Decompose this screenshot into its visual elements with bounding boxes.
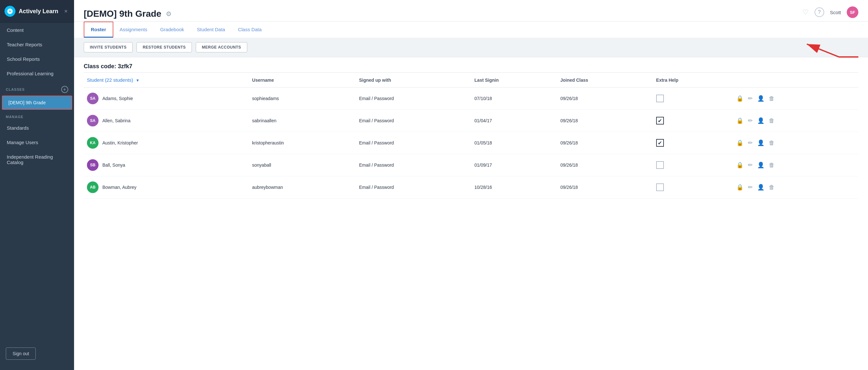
settings-icon[interactable]: ⚙ bbox=[166, 10, 172, 18]
lock-icon[interactable]: 🔒 bbox=[736, 139, 743, 146]
sidebar-item-demo-9th-grade[interactable]: [DEMO] 9th Grade bbox=[2, 96, 72, 110]
student-cell: SB Ball, Sonya bbox=[84, 154, 249, 176]
tab-class-data[interactable]: Class Data bbox=[231, 22, 268, 38]
lock-icon[interactable]: 🔒 bbox=[736, 117, 743, 124]
delete-icon[interactable]: 🗑 bbox=[769, 162, 775, 169]
username-cell: aubreybowman bbox=[249, 176, 356, 199]
user-icon[interactable]: 👤 bbox=[757, 184, 764, 191]
user-icon[interactable]: 👤 bbox=[757, 95, 764, 102]
sidebar-item-school-reports[interactable]: School Reports bbox=[0, 52, 74, 66]
signed-up-with-cell: Email / Password bbox=[356, 88, 471, 110]
extra-help-checkbox[interactable] bbox=[656, 183, 664, 191]
tab-assignments[interactable]: Assignments bbox=[113, 22, 154, 38]
student-name: Austin, Kristopher bbox=[102, 140, 138, 145]
content-area: Class code: 3zfk7 Student (22 students) … bbox=[74, 57, 868, 370]
extra-help-cell[interactable]: ✔ bbox=[653, 110, 734, 132]
student-cell: SA Adams, Sophie bbox=[84, 88, 249, 110]
row-actions: 🔒 ✏ 👤 🗑 bbox=[736, 162, 855, 169]
tab-student-data[interactable]: Student Data bbox=[191, 22, 232, 38]
tabs-area: Roster Assignments Gradebook Student Dat… bbox=[74, 22, 868, 38]
joined-class-cell: 09/26/18 bbox=[557, 132, 653, 154]
page-title-area: [DEMO] 9th Grade ⚙ bbox=[84, 9, 172, 19]
sidebar-item-teacher-reports[interactable]: Teacher Reports bbox=[0, 37, 74, 52]
col-header-signed-up-with: Signed up with bbox=[356, 73, 471, 88]
extra-help-cell[interactable] bbox=[653, 88, 734, 110]
sidebar-item-content[interactable]: Content bbox=[0, 23, 74, 37]
sidebar: Actively Learn × Content Teacher Reports… bbox=[0, 0, 74, 370]
student-cell: SA Allen, Sabrina bbox=[84, 110, 249, 132]
sign-out-button[interactable]: Sign out bbox=[6, 347, 36, 360]
action-icons-cell: 🔒 ✏ 👤 🗑 bbox=[733, 88, 858, 110]
add-class-icon[interactable]: + bbox=[61, 86, 68, 93]
close-icon[interactable]: × bbox=[62, 7, 69, 15]
user-icon[interactable]: 👤 bbox=[757, 117, 764, 124]
tab-gradebook[interactable]: Gradebook bbox=[154, 22, 190, 38]
app-title: Actively Learn bbox=[19, 8, 62, 15]
extra-help-checkbox[interactable] bbox=[656, 95, 664, 102]
help-icon[interactable]: ? bbox=[814, 7, 824, 17]
student-name: Bowman, Aubrey bbox=[102, 185, 136, 190]
action-icons-cell: 🔒 ✏ 👤 🗑 bbox=[733, 110, 858, 132]
lock-icon[interactable]: 🔒 bbox=[736, 162, 743, 169]
extra-help-checkbox[interactable]: ✔ bbox=[656, 117, 664, 125]
class-code: Class code: 3zfk7 bbox=[84, 57, 858, 73]
user-avatar: SF bbox=[847, 6, 858, 18]
sidebar-header: Actively Learn × bbox=[0, 0, 74, 23]
student-name: Ball, Sonya bbox=[102, 163, 125, 168]
manage-section-label: MANAGE bbox=[0, 110, 74, 121]
user-name: Scott bbox=[830, 10, 841, 15]
username-cell: sonyaball bbox=[249, 154, 356, 176]
last-signin-cell: 10/28/16 bbox=[471, 176, 557, 199]
action-icons-cell: 🔒 ✏ 👤 🗑 bbox=[733, 154, 858, 176]
delete-icon[interactable]: 🗑 bbox=[769, 95, 775, 102]
main-content: [DEMO] 9th Grade ⚙ ♡ ? Scott SF Roster A… bbox=[74, 0, 868, 370]
last-signin-cell: 07/10/18 bbox=[471, 88, 557, 110]
table-row: SA Allen, Sabrina sabrinaallen Email / P… bbox=[84, 110, 858, 132]
student-avatar: SA bbox=[87, 115, 98, 127]
row-actions: 🔒 ✏ 👤 🗑 bbox=[736, 184, 855, 191]
edit-icon[interactable]: ✏ bbox=[748, 139, 753, 146]
delete-icon[interactable]: 🗑 bbox=[769, 140, 775, 146]
merge-accounts-button[interactable]: MERGE ACCOUNTS bbox=[196, 42, 247, 53]
extra-help-checkbox[interactable]: ✔ bbox=[656, 139, 664, 147]
edit-icon[interactable]: ✏ bbox=[748, 184, 753, 191]
sidebar-item-independent-reading[interactable]: Independent Reading Catalog bbox=[0, 149, 74, 170]
edit-icon[interactable]: ✏ bbox=[748, 162, 753, 169]
extra-help-cell[interactable] bbox=[653, 154, 734, 176]
user-icon[interactable]: 👤 bbox=[757, 139, 764, 146]
extra-help-cell[interactable] bbox=[653, 176, 734, 199]
row-actions: 🔒 ✏ 👤 🗑 bbox=[736, 117, 855, 124]
app-logo bbox=[4, 6, 16, 17]
sidebar-item-manage-users[interactable]: Manage Users bbox=[0, 135, 74, 149]
extra-help-checkbox[interactable] bbox=[656, 161, 664, 169]
delete-icon[interactable]: 🗑 bbox=[769, 117, 775, 124]
sidebar-item-professional-learning[interactable]: Professional Learning bbox=[0, 66, 74, 81]
sidebar-item-standards[interactable]: Standards bbox=[0, 121, 74, 135]
restore-students-button[interactable]: RESTORE STUDENTS bbox=[136, 42, 192, 53]
student-avatar: SA bbox=[87, 93, 98, 104]
table-row: SA Adams, Sophie sophieadams Email / Pas… bbox=[84, 88, 858, 110]
col-header-username: Username bbox=[249, 73, 356, 88]
table-row: SB Ball, Sonya sonyaball Email / Passwor… bbox=[84, 154, 858, 176]
edit-icon[interactable]: ✏ bbox=[748, 95, 753, 102]
row-actions: 🔒 ✏ 👤 🗑 bbox=[736, 95, 855, 102]
lock-icon[interactable]: 🔒 bbox=[736, 184, 743, 191]
col-header-joined-class: Joined Class bbox=[557, 73, 653, 88]
edit-icon[interactable]: ✏ bbox=[748, 117, 753, 124]
lock-icon[interactable]: 🔒 bbox=[736, 95, 743, 102]
delete-icon[interactable]: 🗑 bbox=[769, 184, 775, 191]
joined-class-cell: 09/26/18 bbox=[557, 176, 653, 199]
col-header-last-signin: Last Signin bbox=[471, 73, 557, 88]
user-icon[interactable]: 👤 bbox=[757, 162, 764, 169]
signed-up-with-cell: Email / Password bbox=[356, 110, 471, 132]
extra-help-cell[interactable]: ✔ bbox=[653, 132, 734, 154]
col-header-student[interactable]: Student (22 students) ▼ bbox=[84, 73, 249, 88]
student-cell: KA Austin, Kristopher bbox=[84, 132, 249, 154]
heart-icon[interactable]: ♡ bbox=[802, 8, 809, 16]
col-header-extra-help: Extra Help bbox=[653, 73, 734, 88]
signed-up-with-cell: Email / Password bbox=[356, 176, 471, 199]
invite-students-button[interactable]: INVITE STUDENTS bbox=[84, 42, 133, 53]
annotation-arrow bbox=[781, 34, 865, 60]
header-right: ♡ ? Scott SF bbox=[802, 6, 858, 21]
tab-roster[interactable]: Roster bbox=[84, 22, 113, 38]
